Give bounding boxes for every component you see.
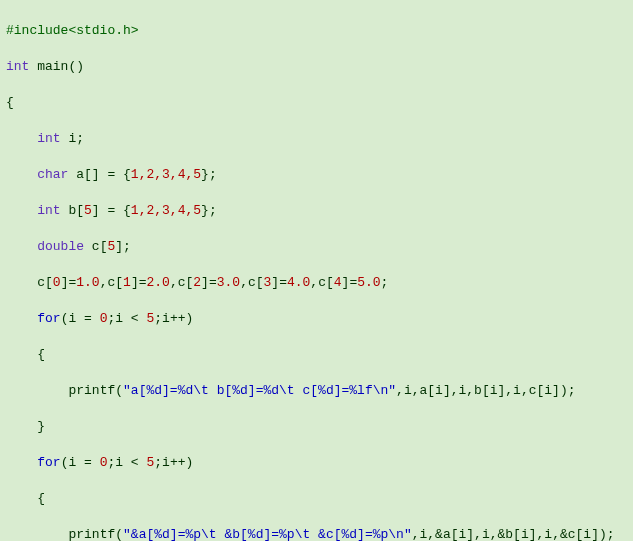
code-editor[interactable]: #include<stdio.h> int main() { int i; ch… bbox=[0, 0, 633, 541]
code-line: c[0]=1.0,c[1]=2.0,c[2]=3.0,c[3]=4.0,c[4]… bbox=[6, 274, 627, 292]
code-line: int b[5] = {1,2,3,4,5}; bbox=[6, 202, 627, 220]
code-line: for(i = 0;i < 5;i++) bbox=[6, 310, 627, 328]
code-line: int main() bbox=[6, 58, 627, 76]
code-line: { bbox=[6, 346, 627, 364]
code-line: double c[5]; bbox=[6, 238, 627, 256]
code-line: { bbox=[6, 94, 627, 112]
code-line: #include<stdio.h> bbox=[6, 22, 627, 40]
code-line: { bbox=[6, 490, 627, 508]
code-line: printf("&a[%d]=%p\t &b[%d]=%p\t &c[%d]=%… bbox=[6, 526, 627, 541]
code-line: int i; bbox=[6, 130, 627, 148]
code-line: printf("a[%d]=%d\t b[%d]=%d\t c[%d]=%lf\… bbox=[6, 382, 627, 400]
code-line: for(i = 0;i < 5;i++) bbox=[6, 454, 627, 472]
code-line: } bbox=[6, 418, 627, 436]
code-line: char a[] = {1,2,3,4,5}; bbox=[6, 166, 627, 184]
